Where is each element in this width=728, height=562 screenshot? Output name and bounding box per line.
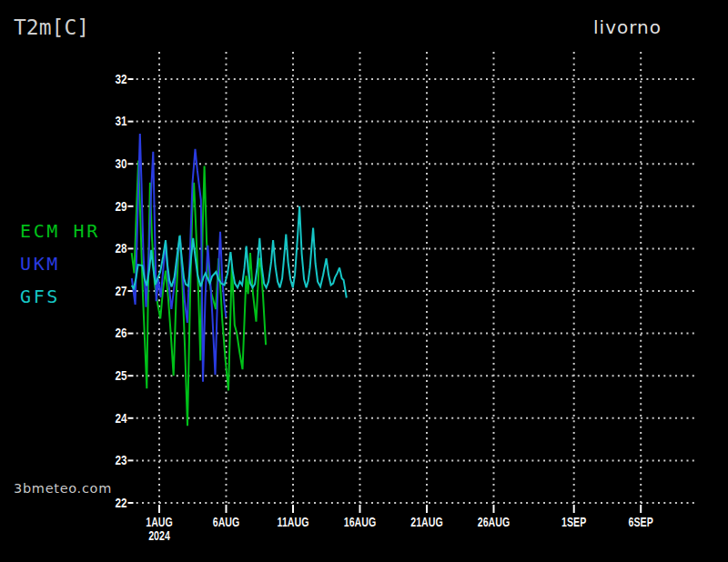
x-tick-label: 11AUG	[278, 516, 309, 530]
x-tick-label: 16AUG	[344, 516, 376, 530]
y-tick-label: 28	[115, 241, 126, 256]
y-tick-label: 29	[115, 199, 126, 214]
y-tick-label: 25	[115, 368, 126, 383]
y-tick-label: 24	[115, 411, 127, 426]
x-tick-label: 26AUG	[478, 516, 510, 530]
y-tick-label: 22	[115, 496, 126, 510]
meteogram-chart: T2m[C] livorno ECM HR UKM GFS 3bmeteo.co…	[0, 0, 728, 562]
y-tick-label: 30	[115, 156, 126, 171]
y-tick-label: 27	[115, 284, 126, 298]
x-tick-label: 6AUG	[213, 516, 240, 530]
y-tick-label: 32	[115, 72, 126, 86]
x-tick-label: 21AUG	[410, 516, 442, 530]
y-tick-label: 31	[115, 114, 126, 128]
y-tick-label: 26	[115, 326, 126, 340]
x-tick-sublabel: 2024	[148, 528, 170, 543]
x-tick-label: 6SEP	[629, 516, 653, 530]
plot-area: 22232425262728293031321AUG20246AUG11AUG1…	[0, 0, 728, 562]
x-tick-label: 1SEP	[561, 516, 586, 530]
series-line-ecm-hr	[132, 161, 266, 427]
x-tick-label: 1AUG	[146, 516, 173, 530]
y-tick-label: 23	[115, 453, 126, 467]
